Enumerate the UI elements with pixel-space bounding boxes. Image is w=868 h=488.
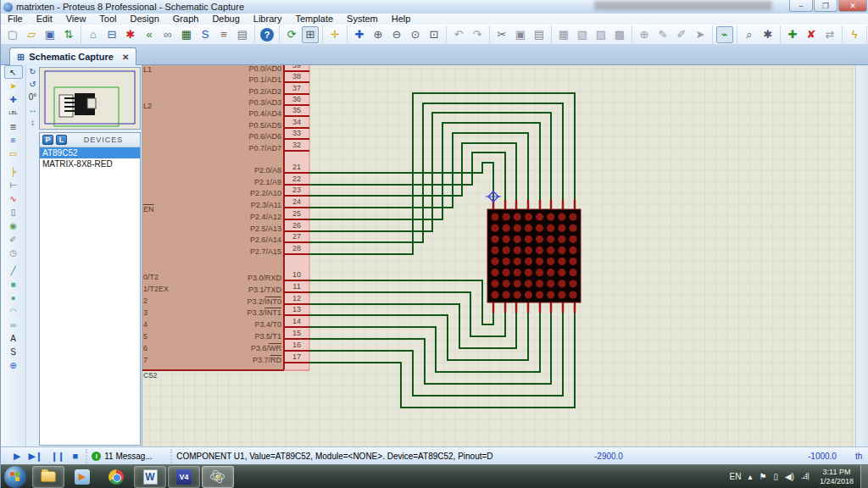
2d-line-tool[interactable]: ╱ bbox=[4, 263, 23, 277]
copy-icon[interactable]: ▣ bbox=[512, 26, 529, 43]
media-player-icon[interactable]: ▶ bbox=[66, 466, 98, 488]
tab-schematic-capture[interactable]: ⊞ Schematic Capture ✕ bbox=[9, 47, 136, 65]
report-icon[interactable]: ▤ bbox=[234, 26, 251, 43]
3d-viewer-icon[interactable]: ∞ bbox=[159, 26, 176, 43]
rotate-cw-button[interactable]: ↻ bbox=[29, 67, 36, 80]
clock[interactable]: 3:11 PM 1/24/2018 bbox=[820, 468, 854, 486]
menu-graph[interactable]: Graph bbox=[166, 14, 206, 25]
schematic-capture-icon[interactable]: ⊟ bbox=[103, 26, 120, 43]
device-item-matrix-8x8-red[interactable]: MATRIX-8X8-RED bbox=[40, 158, 140, 169]
cut-icon[interactable]: ✂ bbox=[493, 26, 510, 43]
decompose-icon[interactable]: ➤ bbox=[692, 26, 709, 43]
2d-arc-tool[interactable]: ◠ bbox=[4, 304, 23, 318]
block-copy-icon[interactable]: ▦ bbox=[555, 26, 572, 43]
2d-circle-tool[interactable]: ● bbox=[4, 291, 23, 304]
paste-icon[interactable]: ▤ bbox=[531, 26, 548, 43]
word-icon[interactable]: W bbox=[134, 466, 166, 488]
start-button[interactable] bbox=[4, 466, 26, 488]
pick-part-icon[interactable]: ⊕ bbox=[636, 26, 653, 43]
menu-edit[interactable]: Edit bbox=[30, 14, 59, 25]
explorer-icon[interactable] bbox=[32, 466, 64, 488]
network-signal-icon[interactable]: ᆁ bbox=[801, 471, 810, 483]
2d-text-tool[interactable]: A bbox=[4, 331, 23, 345]
menu-view[interactable]: View bbox=[59, 14, 93, 25]
generator-tool[interactable]: ◉ bbox=[4, 219, 23, 232]
packaging-icon[interactable]: ✐ bbox=[673, 26, 690, 43]
tape-recorder-tool[interactable]: ▯ bbox=[4, 205, 23, 219]
2d-symbol-tool[interactable]: S bbox=[4, 345, 23, 358]
menu-help[interactable]: Help bbox=[385, 14, 418, 25]
undo-icon[interactable]: ↶ bbox=[450, 26, 467, 43]
messages-info-icon[interactable]: i bbox=[92, 452, 101, 461]
pcb-layout-icon[interactable]: ✱ bbox=[122, 26, 139, 43]
hidden-icons-chevron[interactable]: ▴ bbox=[748, 472, 752, 481]
messages-count[interactable]: 11 Messag... bbox=[104, 452, 153, 461]
show-desktop-button[interactable] bbox=[860, 465, 868, 488]
graph-tool[interactable]: ∿ bbox=[4, 191, 23, 205]
current-probe-tool[interactable]: ◷ bbox=[4, 246, 23, 259]
menu-tool[interactable]: Tool bbox=[92, 14, 123, 25]
chrome-icon[interactable] bbox=[100, 466, 132, 488]
block-delete-icon[interactable]: ▩ bbox=[611, 26, 628, 43]
pan-icon[interactable]: ✚ bbox=[351, 26, 368, 43]
stop-button[interactable]: ■ bbox=[73, 451, 78, 461]
source-code-icon[interactable]: S bbox=[197, 26, 214, 43]
voltage-probe-tool[interactable]: ✐ bbox=[4, 232, 23, 246]
help-icon[interactable]: ? bbox=[260, 28, 274, 42]
block-move-icon[interactable]: ▧ bbox=[574, 26, 591, 43]
close-button[interactable]: ✕ bbox=[838, 0, 867, 12]
new-file-icon[interactable]: ▢ bbox=[4, 26, 21, 43]
origin-icon[interactable]: ✛ bbox=[326, 26, 343, 43]
mirror-horizontal-button[interactable]: ↔ bbox=[29, 105, 37, 118]
home-icon[interactable]: ⌂ bbox=[85, 26, 102, 43]
language-indicator[interactable]: EN bbox=[730, 472, 742, 481]
terminal-tool[interactable]: ╞ bbox=[4, 164, 23, 178]
menu-design[interactable]: Design bbox=[124, 14, 166, 25]
block-rotate-icon[interactable]: ▨ bbox=[593, 26, 609, 43]
step-button[interactable]: ▶❙ bbox=[28, 451, 42, 462]
zoom-extents-icon[interactable]: ⊙ bbox=[407, 26, 424, 43]
2d-path-tool[interactable]: ∞ bbox=[4, 318, 23, 331]
gerber-icon[interactable]: « bbox=[141, 26, 158, 43]
junction-tool[interactable]: ✚ bbox=[4, 92, 23, 106]
battery-icon[interactable]: ▯ bbox=[773, 472, 778, 481]
wire-autorouter-icon[interactable]: ⌁ bbox=[716, 26, 733, 43]
subcircuit-tool[interactable]: ▭ bbox=[4, 147, 23, 160]
text-script-tool[interactable]: ≣ bbox=[4, 119, 23, 133]
remove-sheet-icon[interactable]: ✘ bbox=[803, 26, 820, 43]
zoom-area-icon[interactable]: ⊡ bbox=[426, 26, 442, 43]
bus-tool[interactable]: ≡ bbox=[4, 133, 23, 147]
volume-icon[interactable]: ◀) bbox=[785, 472, 794, 481]
new-sheet-icon[interactable]: ✚ bbox=[784, 26, 801, 43]
play-button[interactable]: ▶ bbox=[14, 451, 19, 462]
menu-debug[interactable]: Debug bbox=[205, 14, 246, 25]
wire-label-tool[interactable]: LBL bbox=[4, 106, 23, 119]
selection-tool[interactable]: ↖ bbox=[4, 65, 23, 79]
electrical-check-icon[interactable]: ϟ bbox=[846, 26, 863, 43]
menu-file[interactable]: File bbox=[1, 14, 30, 25]
minimize-button[interactable]: – bbox=[789, 0, 813, 12]
pause-button[interactable]: ❙❙ bbox=[50, 451, 64, 462]
menu-library[interactable]: Library bbox=[247, 14, 289, 25]
refresh-icon[interactable]: ⟳ bbox=[283, 26, 300, 43]
search-tag-icon[interactable]: ⌕ bbox=[741, 26, 758, 43]
grid-toggle-icon[interactable]: ⊞ bbox=[302, 26, 319, 43]
schematic-canvas[interactable]: 39P0.0/AD038P0.1/AD137P0.2/AD236P0.3/AD3… bbox=[142, 65, 855, 446]
bom-icon[interactable]: ≡ bbox=[215, 26, 232, 43]
overview-minimap[interactable] bbox=[39, 67, 141, 130]
redo-icon[interactable]: ↷ bbox=[469, 26, 486, 43]
tab-close-icon[interactable]: ✕ bbox=[122, 53, 129, 62]
component-tool[interactable]: ➤ bbox=[4, 79, 23, 92]
zoom-out-icon[interactable]: ⊖ bbox=[388, 26, 405, 43]
make-device-icon[interactable]: ✎ bbox=[654, 26, 671, 43]
rotate-ccw-button[interactable]: ↺ bbox=[29, 80, 36, 92]
menu-template[interactable]: Template bbox=[288, 14, 340, 25]
device-item-at89c52[interactable]: AT89C52 bbox=[40, 147, 140, 158]
import-icon[interactable]: ⇅ bbox=[60, 26, 77, 43]
zoom-in-icon[interactable]: ⊕ bbox=[370, 26, 387, 43]
design-explorer-icon[interactable]: ▦ bbox=[178, 26, 195, 43]
goto-sheet-icon[interactable]: ⇄ bbox=[821, 26, 838, 43]
action-center-flag-icon[interactable]: ⚑ bbox=[759, 472, 766, 481]
2d-box-tool[interactable]: ■ bbox=[4, 277, 23, 291]
device-pin-tool[interactable]: ⊢ bbox=[4, 178, 23, 191]
